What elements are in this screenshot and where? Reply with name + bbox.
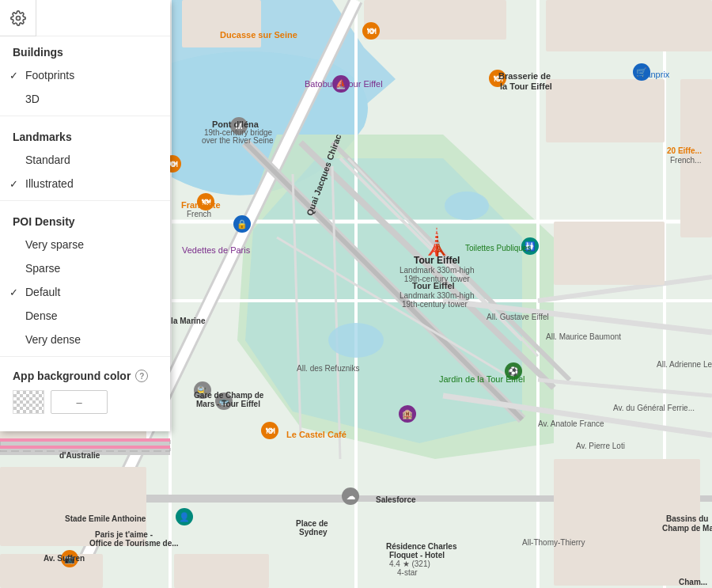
poi-ducasse: 🍽 <box>362 22 380 40</box>
poi-toilettes: 🚻 <box>521 237 539 255</box>
app-bg-color-label: App background color <box>13 370 131 382</box>
divider-3 <box>0 356 170 357</box>
poi-pont: M <box>230 117 248 135</box>
color-row: – <box>13 390 157 414</box>
settings-button[interactable] <box>0 0 36 36</box>
illustrated-option[interactable]: ✓ Illustrated <box>0 172 170 195</box>
very-sparse-option[interactable]: Very sparse <box>0 233 170 256</box>
illustrated-check: ✓ <box>9 178 18 190</box>
dense-option[interactable]: Dense <box>0 304 170 328</box>
color-input[interactable]: – <box>51 390 108 414</box>
svg-point-33 <box>16 16 20 20</box>
divider-1 <box>0 116 170 116</box>
poi-batobus: ⛵ <box>332 75 350 93</box>
landmarks-section-label: Landmarks <box>0 121 170 148</box>
poi-salesforce: ☁ <box>342 487 359 505</box>
settings-dropdown: Buildings ✓ Footprints 3D Landmarks Stan… <box>0 0 170 431</box>
poi-franprix: 🛒 <box>633 63 650 81</box>
eiffel-tower-marker: 🗼 Tour Eiffel Landmark 330m-high 19th-ce… <box>400 230 475 283</box>
poi-francette: 🍽 <box>197 193 214 211</box>
poi-jardin: ⚽ <box>505 362 522 380</box>
buildings-section-label: Buildings <box>0 36 170 63</box>
poi-stade: 👤 <box>176 508 193 525</box>
app-bg-color-section: App background color ? – <box>0 362 170 419</box>
very-dense-option[interactable]: Very dense <box>0 328 170 351</box>
footprints-check: ✓ <box>9 70 18 82</box>
default-option[interactable]: ✓ Default <box>0 280 170 304</box>
poi-paris-tourisme: 📷 <box>61 550 78 567</box>
divider-2 <box>0 200 170 201</box>
footprints-option[interactable]: ✓ Footprints <box>0 63 170 87</box>
default-check: ✓ <box>9 286 18 298</box>
checkerboard-icon[interactable] <box>13 390 44 414</box>
poi-residence: 🏨 <box>399 405 416 423</box>
poi-castel: 🍽 <box>261 422 278 439</box>
poi-vedettes: 🔒 <box>233 215 251 233</box>
poi-brasserie: 🍽 <box>489 70 506 87</box>
poi-gare: 🚉 <box>194 381 211 399</box>
standard-option[interactable]: Standard <box>0 148 170 172</box>
three-d-option[interactable]: 3D <box>0 87 170 111</box>
poi-density-section-label: POI Density <box>0 206 170 233</box>
help-icon[interactable]: ? <box>135 370 148 382</box>
sparse-option[interactable]: Sparse <box>0 256 170 280</box>
poi-gare2: 🚌 <box>215 393 233 410</box>
gear-icon <box>10 10 26 26</box>
